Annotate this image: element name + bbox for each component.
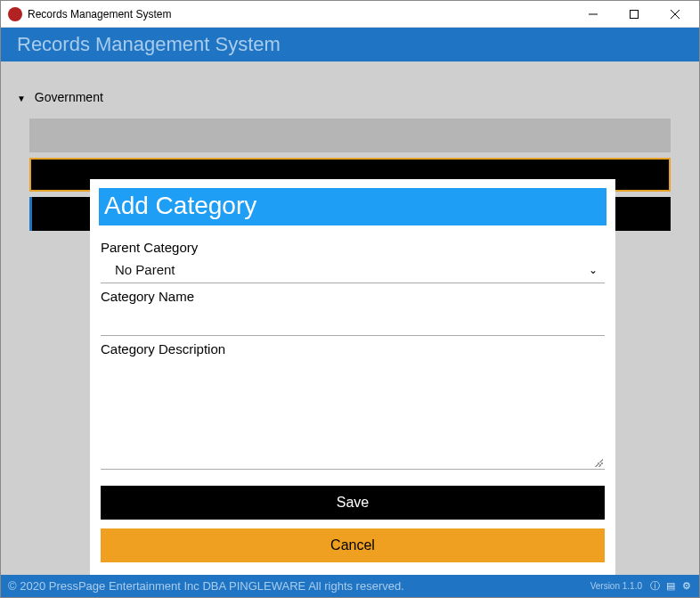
parent-category-label: Parent Category — [101, 240, 605, 255]
main-content: ▼ Government Add Category Parent Categor… — [1, 61, 699, 577]
maximize-icon — [630, 10, 639, 19]
add-category-modal: Add Category Parent Category No Parent ⌄… — [90, 179, 615, 578]
tree-root-label: Government — [35, 90, 103, 104]
category-description-label: Category Description — [101, 341, 605, 356]
category-description-wrap — [101, 358, 605, 470]
maximize-button[interactable] — [614, 1, 655, 28]
app-icon — [8, 7, 22, 21]
version-text: Version 1.1.0 — [590, 581, 642, 591]
app-title: Records Management System — [17, 33, 281, 56]
app-window: Records Management System Records Manage… — [0, 0, 700, 598]
chevron-down-icon: ⌄ — [589, 264, 601, 276]
save-button[interactable]: Save — [101, 486, 605, 520]
chevron-down-icon: ▼ — [17, 94, 26, 103]
window-title: Records Management System — [28, 8, 171, 20]
list-item[interactable] — [29, 119, 671, 152]
gear-icon[interactable]: ⚙ — [681, 581, 692, 592]
header-banner: Records Management System — [1, 28, 699, 61]
close-button[interactable] — [655, 1, 696, 28]
footer: © 2020 PressPage Entertainment Inc DBA P… — [1, 575, 699, 597]
window-controls — [573, 1, 696, 28]
database-icon[interactable]: ▤ — [665, 581, 676, 592]
close-icon — [671, 10, 680, 19]
tree-root[interactable]: ▼ Government — [17, 88, 683, 113]
modal-body: Parent Category No Parent ⌄ Category Nam… — [90, 231, 615, 578]
category-description-input[interactable] — [101, 358, 605, 465]
svg-rect-1 — [631, 10, 639, 18]
footer-icons: ⓘ ▤ ⚙ — [649, 581, 692, 592]
category-name-label: Category Name — [101, 289, 605, 304]
cancel-button[interactable]: Cancel — [101, 528, 605, 562]
minimize-icon — [589, 10, 598, 19]
modal-title: Add Category — [99, 188, 606, 225]
category-name-input[interactable] — [101, 306, 605, 336]
parent-category-value: No Parent — [115, 262, 175, 277]
parent-category-select[interactable]: No Parent ⌄ — [101, 257, 605, 283]
info-icon[interactable]: ⓘ — [649, 581, 660, 592]
copyright-text: © 2020 PressPage Entertainment Inc DBA P… — [8, 579, 404, 593]
minimize-button[interactable] — [573, 1, 614, 28]
titlebar: Records Management System — [1, 1, 699, 28]
